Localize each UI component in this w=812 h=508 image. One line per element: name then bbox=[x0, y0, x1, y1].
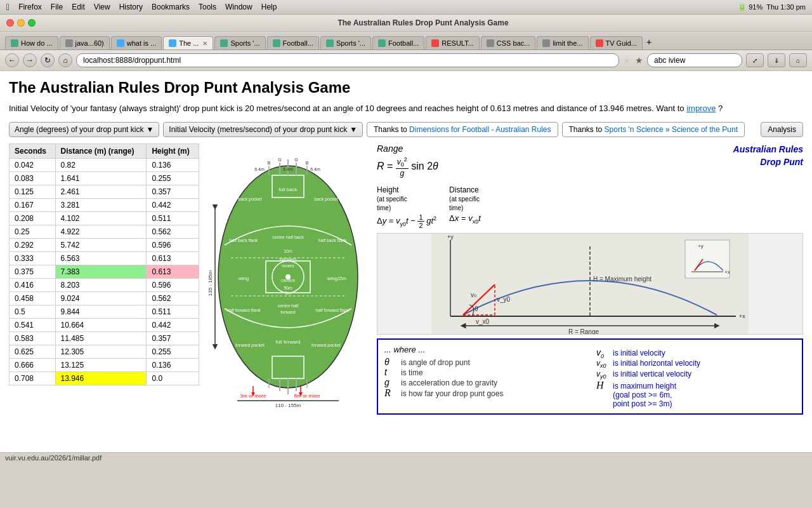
tab-what[interactable]: what is ... bbox=[111, 36, 162, 50]
svg-text:G: G bbox=[278, 157, 281, 162]
cell-seconds: 0.167 bbox=[10, 199, 56, 212]
cell-seconds: 0.083 bbox=[10, 172, 56, 185]
svg-text:15m: 15m bbox=[337, 276, 346, 281]
tab-close-icon[interactable]: ✕ bbox=[202, 40, 207, 47]
new-tab-button[interactable]: + bbox=[644, 34, 654, 50]
cell-height: 0.442 bbox=[147, 199, 199, 212]
svg-text:v₀: v₀ bbox=[471, 291, 476, 298]
menu-firefox[interactable]: Firefox bbox=[18, 3, 42, 11]
thanks-science-btn[interactable]: Thanks to Sports 'n Science » Science of… bbox=[562, 122, 745, 137]
svg-text:forward pocket: forward pocket bbox=[235, 343, 265, 348]
menu-bookmarks[interactable]: Bookmarks bbox=[152, 3, 190, 11]
menu-help[interactable]: Help bbox=[261, 3, 277, 11]
svg-text:110 - 155m: 110 - 155m bbox=[275, 403, 301, 408]
tab-label: Sports '... bbox=[336, 39, 365, 47]
table-row: 0.2084.1020.511 bbox=[10, 212, 199, 225]
range-formula-box: Range R = v02 g sin 2θ bbox=[377, 144, 438, 177]
cell-distance: 2.461 bbox=[55, 185, 147, 199]
svg-text:50m: 50m bbox=[284, 286, 292, 290]
improve-link[interactable]: improve bbox=[686, 104, 716, 113]
cell-distance: 7.383 bbox=[55, 265, 147, 279]
thanks-football-btn[interactable]: Thanks to Dimensions for Football - Aust… bbox=[367, 122, 558, 137]
fullscreen-button[interactable]: ⤢ bbox=[746, 53, 764, 67]
table-row: 0.1252.4610.357 bbox=[10, 185, 199, 199]
minimize-button[interactable] bbox=[17, 19, 25, 27]
cell-seconds: 0.583 bbox=[10, 332, 56, 345]
home2-button[interactable]: ⌂ bbox=[789, 53, 807, 67]
tab-football2[interactable]: Football... bbox=[372, 36, 424, 50]
tab-css[interactable]: CSS bac... bbox=[481, 36, 536, 50]
angle-dropdown[interactable]: Angle (degrees) of your drop punt kick ▼ bbox=[9, 122, 159, 137]
cell-seconds: 0.708 bbox=[10, 372, 56, 385]
reload-button[interactable]: ↻ bbox=[41, 53, 55, 67]
battery-icon: 🔋 91% bbox=[738, 3, 763, 11]
home-button[interactable]: ⌂ bbox=[58, 53, 72, 67]
main-layout: Seconds Distance (m) (range) Height (m) … bbox=[9, 144, 803, 415]
col-header-distance: Distance (m) (range) bbox=[55, 144, 147, 159]
legend-row-t: t is time bbox=[384, 367, 584, 377]
tab-label: limit the... bbox=[553, 39, 582, 47]
menu-edit[interactable]: Edit bbox=[72, 3, 85, 11]
search-input[interactable] bbox=[647, 53, 742, 67]
menu-history[interactable]: History bbox=[119, 3, 143, 11]
tab-sports1[interactable]: Sports '... bbox=[214, 36, 265, 50]
maximize-button[interactable] bbox=[28, 19, 36, 27]
col-header-seconds: Seconds bbox=[10, 144, 56, 159]
tab-limit[interactable]: limit the... bbox=[537, 36, 588, 50]
cell-distance: 6.563 bbox=[55, 252, 147, 265]
velocity-dropdown[interactable]: Initial Velocity (metres/second) of your… bbox=[163, 122, 363, 137]
football-dimensions-link[interactable]: Dimensions for Football - Australian Rul… bbox=[409, 125, 551, 134]
back-button[interactable]: ← bbox=[5, 53, 19, 67]
cell-seconds: 0.666 bbox=[10, 359, 56, 372]
tab-java[interactable]: java...60) bbox=[60, 36, 110, 50]
legend-row-R: R is how far your drop punt goes bbox=[384, 387, 584, 399]
cell-height: 0.613 bbox=[147, 252, 199, 265]
tab-label: The ... bbox=[179, 39, 199, 47]
svg-text:+y: +y bbox=[447, 234, 454, 240]
tab-tv[interactable]: TV Guid... bbox=[590, 36, 643, 50]
download-button[interactable]: ⇓ bbox=[768, 53, 785, 67]
close-button[interactable] bbox=[6, 19, 14, 27]
menu-window[interactable]: Window bbox=[225, 3, 252, 11]
controls-row: Angle (degrees) of your drop punt kick ▼… bbox=[9, 122, 803, 137]
svg-text:full forward: full forward bbox=[275, 339, 300, 345]
tab-label: TV Guid... bbox=[606, 39, 638, 47]
tab-how-do[interactable]: How do ... bbox=[5, 36, 58, 50]
status-bar: vuir.vu.edu.au/2026/1/millar.pdf bbox=[0, 452, 812, 463]
browser-frame:  Firefox File Edit View History Bookmar… bbox=[0, 0, 812, 71]
svg-text:+x: +x bbox=[724, 269, 730, 275]
cell-seconds: 0.5 bbox=[10, 305, 56, 319]
tab-result[interactable]: RESULT... bbox=[426, 36, 480, 50]
tab-label: java...60) bbox=[75, 39, 104, 47]
cell-distance: 1.641 bbox=[55, 172, 147, 185]
svg-text:6.4m: 6.4m bbox=[283, 167, 293, 171]
tab-sports2[interactable]: Sports '... bbox=[320, 36, 371, 50]
menu-view[interactable]: View bbox=[94, 3, 110, 11]
svg-text:back pocket: back pocket bbox=[314, 197, 337, 202]
cell-height: 0.511 bbox=[147, 212, 199, 225]
svg-text:followers: followers bbox=[279, 257, 297, 262]
forward-button[interactable]: → bbox=[23, 53, 37, 67]
cell-distance: 4.922 bbox=[55, 225, 147, 239]
svg-text:R = Range: R = Range bbox=[568, 328, 599, 335]
science-punt-link[interactable]: Sports 'n Science » Science of the Punt bbox=[605, 125, 738, 134]
tab-label: How do ... bbox=[21, 39, 53, 47]
cell-height: 0.0 bbox=[147, 372, 199, 385]
apple-menu[interactable]:  bbox=[6, 2, 10, 12]
analysis-button[interactable]: Analysis bbox=[761, 122, 803, 137]
tab-the[interactable]: The ... ✕ bbox=[163, 36, 213, 50]
table-row: 0.4168.2030.596 bbox=[10, 279, 199, 292]
cell-height: 0.255 bbox=[147, 172, 199, 185]
bookmark-star[interactable]: ★ bbox=[623, 55, 631, 65]
tab-football1[interactable]: Football... bbox=[267, 36, 319, 50]
cell-height: 0.442 bbox=[147, 319, 199, 332]
table-row: 0.59.8440.511 bbox=[10, 305, 199, 319]
cell-distance: 3.281 bbox=[55, 199, 147, 212]
address-bar[interactable] bbox=[76, 53, 619, 67]
menu-file[interactable]: File bbox=[51, 3, 63, 11]
svg-text:v_y0: v_y0 bbox=[497, 296, 511, 303]
page-content: The Australian Rules Drop Punt Analysis … bbox=[0, 71, 812, 452]
menu-tools[interactable]: Tools bbox=[199, 3, 216, 11]
table-row: 0.70813.9460.0 bbox=[10, 372, 199, 385]
bookmark-icon[interactable]: ★ bbox=[635, 55, 643, 65]
